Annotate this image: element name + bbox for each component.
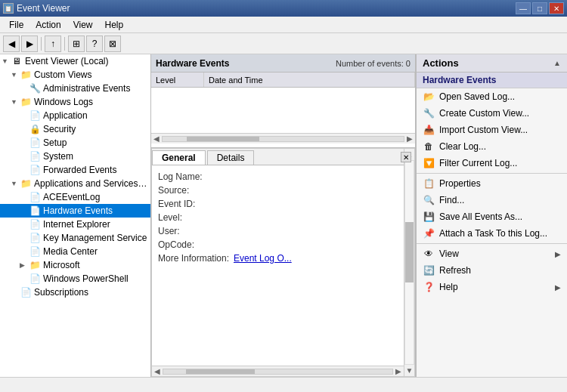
action-open-saved-log[interactable]: 📂 Open Saved Log... <box>417 88 567 105</box>
tree-windows-logs[interactable]: ▼ 📁 Windows Logs <box>0 95 150 109</box>
action-create-custom-view[interactable]: 🔧 Create Custom View... <box>417 105 567 122</box>
actions-collapse-button[interactable]: ▲ <box>553 59 561 67</box>
tree-hardware-events[interactable]: 📄 Hardware Events <box>0 204 150 218</box>
v-scroll-down[interactable]: ▼ <box>404 365 414 376</box>
application-arrow <box>20 112 29 119</box>
tree-apps-services[interactable]: ▼ 📁 Applications and Services Lo... <box>0 177 150 190</box>
tree-root[interactable]: ▼ 🖥 Event Viewer (Local) <box>0 54 150 68</box>
tree-microsoft[interactable]: ▶ 📁 Microsoft <box>0 258 150 272</box>
toolbar-help[interactable]: ? <box>86 35 103 52</box>
admin-events-arrow <box>20 85 29 92</box>
toolbar-up[interactable]: ↑ <box>45 35 61 52</box>
open-saved-log-icon: 📂 <box>423 91 435 103</box>
subscriptions-icon: 📄 <box>20 286 32 298</box>
field-source: Source: <box>158 185 408 196</box>
root-label: Event Viewer (Local) <box>25 56 109 66</box>
toolbar-close[interactable]: ⊠ <box>104 35 121 52</box>
import-custom-view-icon: 📥 <box>423 124 435 136</box>
action-save-all-events[interactable]: 💾 Save All Events As... <box>417 208 567 225</box>
action-filter-current-log[interactable]: 🔽 Filter Current Log... <box>417 155 567 171</box>
create-custom-view-icon: 🔧 <box>423 107 435 119</box>
maximize-button[interactable]: □ <box>532 2 547 14</box>
media-center-icon: 📄 <box>29 245 41 258</box>
tree-media-center[interactable]: 📄 Media Center <box>0 245 150 258</box>
field-source-label: Source: <box>158 185 234 196</box>
detail-h-scroll-right[interactable]: ▶ <box>393 367 404 375</box>
key-management-icon: 📄 <box>29 232 41 244</box>
hardware-events-arrow <box>20 207 29 215</box>
events-table: Level Date and Time ◀ ▶ <box>151 73 415 148</box>
windows-powershell-label: Windows PowerShell <box>43 273 129 284</box>
actions-panel: Actions ▲ Hardware Events 📂 Open Saved L… <box>416 54 567 377</box>
detail-h-scroll-left[interactable]: ◀ <box>152 367 163 375</box>
root-arrow: ▼ <box>2 57 11 65</box>
menu-action[interactable]: Action <box>29 18 67 32</box>
tab-general[interactable]: General <box>152 150 206 165</box>
tree-application[interactable]: 📄 Application <box>0 109 150 122</box>
tree-internet-explorer[interactable]: 📄 Internet Explorer <box>0 218 150 231</box>
internet-explorer-arrow <box>20 221 29 228</box>
action-clear-log[interactable]: 🗑 Clear Log... <box>417 138 567 155</box>
find-icon: 🔍 <box>423 194 435 206</box>
tree-custom-views[interactable]: ▼ 📁 Custom Views <box>0 68 150 82</box>
h-scroll-right[interactable]: ▶ <box>404 134 415 143</box>
tree-key-management[interactable]: 📄 Key Management Service <box>0 231 150 245</box>
properties-icon: 📋 <box>423 177 435 190</box>
detail-h-scroll-track[interactable] <box>163 369 393 375</box>
tree-aceeventlog[interactable]: 📄 ACEEventLog <box>0 190 150 204</box>
h-scroll-left[interactable]: ◀ <box>151 134 162 143</box>
media-center-label: Media Center <box>43 246 98 257</box>
v-scroll-track[interactable] <box>404 165 414 365</box>
windows-logs-label: Windows Logs <box>34 97 93 107</box>
h-scroll-track[interactable] <box>162 136 404 142</box>
field-log-name: Log Name: <box>158 171 408 182</box>
menu-view[interactable]: View <box>67 18 99 32</box>
action-find[interactable]: 🔍 Find... <box>417 192 567 208</box>
close-button[interactable]: ✕ <box>549 2 564 14</box>
clear-log-label: Clear Log... <box>439 141 561 152</box>
tab-details[interactable]: Details <box>207 150 255 165</box>
field-more-info-value[interactable]: Event Log O... <box>234 253 292 264</box>
tree-admin-events[interactable]: 🔧 Administrative Events <box>0 82 150 95</box>
tree-security[interactable]: 🔒 Security <box>0 122 150 136</box>
tree-subscriptions[interactable]: 📄 Subscriptions <box>0 286 150 299</box>
tree-forwarded-events[interactable]: 📄 Forwarded Events <box>0 163 150 177</box>
create-custom-view-label: Create Custom View... <box>439 108 561 119</box>
field-user-label: User: <box>158 226 234 236</box>
field-user: User: <box>158 226 408 236</box>
menu-file[interactable]: File <box>3 18 29 32</box>
detail-h-scrollbar[interactable]: ◀ ▶ <box>152 366 404 376</box>
h-scroll-handle <box>187 137 259 141</box>
toolbar-grid[interactable]: ⊞ <box>68 35 85 52</box>
detail-close-button[interactable]: ✕ <box>401 152 411 162</box>
minimize-button[interactable]: — <box>516 2 531 14</box>
custom-views-arrow: ▼ <box>11 71 20 79</box>
field-event-id-label: Event ID: <box>158 199 234 209</box>
menu-help[interactable]: Help <box>99 18 130 32</box>
toolbar-forward[interactable]: ▶ <box>21 35 38 52</box>
action-attach-task[interactable]: 📌 Attach a Task To this Log... <box>417 225 567 242</box>
action-refresh[interactable]: 🔄 Refresh <box>417 262 567 279</box>
action-view[interactable]: 👁 View ▶ <box>417 245 567 262</box>
toolbar-back[interactable]: ◀ <box>3 35 20 52</box>
view-arrow: ▶ <box>555 250 561 258</box>
tree-setup[interactable]: 📄 Setup <box>0 136 150 150</box>
center-info: Number of events: 0 <box>336 59 411 68</box>
center-title: Hardware Events <box>156 58 229 69</box>
microsoft-label: Microsoft <box>43 260 80 270</box>
events-scroll[interactable] <box>151 88 415 133</box>
title-bar: 📋 Event Viewer — □ ✕ <box>0 0 567 17</box>
toolbar-sep1 <box>41 37 42 51</box>
events-h-scrollbar[interactable]: ◀ ▶ <box>151 133 415 144</box>
media-center-arrow <box>20 248 29 255</box>
apps-services-label: Applications and Services Lo... <box>34 178 149 189</box>
toolbar-sep2 <box>64 37 65 51</box>
action-properties[interactable]: 📋 Properties <box>417 175 567 192</box>
import-custom-view-label: Import Custom View... <box>439 125 561 135</box>
tree-windows-powershell[interactable]: 📄 Windows PowerShell <box>0 272 150 286</box>
tree-system[interactable]: 📄 System <box>0 150 150 163</box>
action-help[interactable]: ❓ Help ▶ <box>417 279 567 295</box>
detail-v-scrollbar[interactable]: ▲ ▼ <box>404 165 414 376</box>
setup-arrow <box>20 139 29 147</box>
action-import-custom-view[interactable]: 📥 Import Custom View... <box>417 122 567 138</box>
